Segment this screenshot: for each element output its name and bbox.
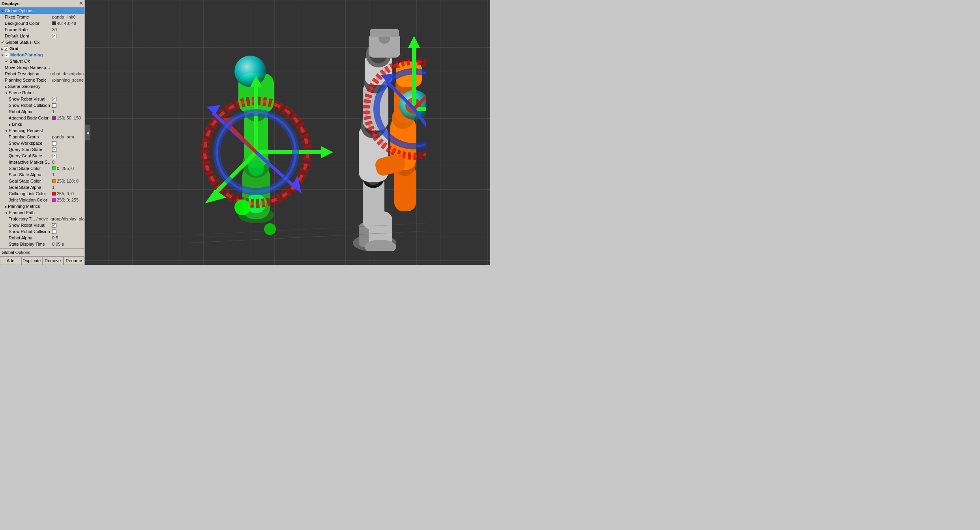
tree-item-planning-scene-topic[interactable]: Planning Scene Topic/planning_scene	[0, 77, 84, 83]
tree-item-scene-geometry[interactable]: ▶Scene Geometry	[0, 83, 84, 90]
tree-value-frame-rate: 30	[52, 27, 84, 32]
tree-item-query-start-state[interactable]: Query Start State	[0, 146, 84, 153]
tree-item-frame-rate[interactable]: Frame Rate30	[0, 26, 84, 33]
tree-item-robot-alpha-pp[interactable]: Robot Alpha0.5	[0, 235, 84, 241]
tree-item-grid[interactable]: ▶ Grid	[0, 45, 84, 52]
checkbox-val-default-light[interactable]	[52, 34, 56, 38]
tree-item-robot-alpha[interactable]: Robot Alpha1	[0, 108, 84, 115]
tree-label-interactive-marker-size: Interactive Marker Size	[9, 160, 52, 164]
tree-label-robot-alpha-pp: Robot Alpha	[9, 235, 52, 240]
displays-panel: Displays ✕ ▼Global OptionsFixed Framepan…	[0, 0, 85, 265]
remove-button[interactable]: Remove	[42, 256, 64, 265]
tree-label-colliding-link-color: Colliding Link Color	[9, 191, 52, 196]
tree-label-attached-body-color: Attached Body Color	[9, 116, 52, 120]
tree-value-joint-violation-color: 255; 0; 255	[52, 198, 84, 202]
checkbox-val-show-robot-visual[interactable]	[52, 97, 56, 101]
tree-item-planning-request[interactable]: ▼Planning Request	[0, 127, 84, 134]
tree-label-status-ok: ✓ Status: Ok	[5, 59, 52, 64]
tree-item-background-color[interactable]: Background Color 48; 48; 48	[0, 20, 84, 26]
tree-value-show-robot-visual	[52, 97, 84, 101]
tree-item-scene-robot[interactable]: ▼Scene Robot	[0, 90, 84, 96]
tree-label-planning-request: ▼Planning Request	[5, 128, 52, 133]
tree-label-show-robot-collision-pp: Show Robot Collision	[9, 229, 52, 234]
tree-label-goal-state-alpha: Goal State Alpha	[9, 185, 52, 190]
tree-value-query-goal-state	[52, 154, 84, 158]
tree-item-show-workspace[interactable]: Show Workspace	[0, 140, 84, 146]
tree-value-goal-state-color: 250; 128; 0	[52, 179, 84, 183]
tree-item-links[interactable]: ▶Links	[0, 121, 84, 127]
tree-item-robot-description[interactable]: Robot Descriptionrobot_description	[0, 71, 84, 77]
tree-label-planned-path: ▼Planned Path	[5, 210, 52, 215]
tree-item-planned-path[interactable]: ▼Planned Path	[0, 209, 84, 216]
tree-item-goal-state-color[interactable]: Goal State Color 250; 128; 0	[0, 178, 84, 184]
tree-item-state-display-time[interactable]: State Display Time0.05 s	[0, 241, 84, 247]
tree-item-planning-metrics[interactable]: ▶Planning Metrics	[0, 203, 84, 209]
checkbox-grid[interactable]	[4, 47, 8, 51]
tree-label-global-options: ▼Global Options	[1, 8, 52, 13]
tree-value-show-robot-collision	[52, 103, 84, 108]
tree-item-interactive-marker-size[interactable]: Interactive Marker Size0	[0, 159, 84, 165]
tree-item-planning-group[interactable]: Planning Grouppanda_arm	[0, 134, 84, 140]
checkbox-val-show-workspace[interactable]	[52, 141, 56, 146]
tree-value-show-robot-collision-pp	[52, 230, 84, 234]
tree-item-show-robot-visual-pp[interactable]: Show Robot Visual	[0, 222, 84, 228]
panel-title: Displays	[2, 1, 19, 6]
tree-label-state-display-time: State Display Time	[9, 242, 52, 246]
tree-label-grid: ▶ Grid	[1, 46, 52, 51]
collapse-button[interactable]: ◀	[85, 125, 90, 140]
checkbox-val-show-robot-collision-pp[interactable]	[52, 230, 56, 234]
tree-item-start-state-alpha[interactable]: Start State Alpha1	[0, 172, 84, 178]
tree-value-robot-alpha: 1	[52, 109, 84, 114]
tree-label-scene-robot: ▼Scene Robot	[5, 90, 52, 95]
checkbox-val-query-goal-state[interactable]	[52, 154, 56, 158]
tree-item-fixed-frame[interactable]: Fixed Framepanda_link0	[0, 14, 84, 20]
tree-item-move-group-ns[interactable]: Move Group Namespace	[0, 64, 84, 71]
svg-point-7	[234, 56, 266, 87]
tree-item-goal-state-alpha[interactable]: Goal State Alpha1	[0, 184, 84, 190]
tree-label-robot-alpha: Robot Alpha	[9, 109, 52, 114]
checkbox-motion-planning[interactable]	[5, 53, 9, 57]
checkbox-val-show-robot-collision[interactable]	[52, 103, 56, 108]
duplicate-button[interactable]: Duplicate	[21, 256, 43, 265]
tree-value-start-state-alpha: 1	[52, 172, 84, 177]
tree-value-planning-group: panda_arm	[52, 134, 84, 139]
svg-rect-43	[370, 29, 399, 37]
tree-label-query-goal-state: Query Goal State	[9, 153, 52, 158]
tree-item-joint-violation-color[interactable]: Joint Violation Color 255; 0; 255	[0, 197, 84, 203]
tree-value-fixed-frame: panda_link0	[52, 15, 84, 19]
rename-button[interactable]: Rename	[64, 256, 85, 265]
tree-item-trajectory-topic[interactable]: Trajectory Topic/move_group/display_plan…	[0, 216, 84, 222]
svg-point-27	[264, 223, 276, 235]
tree-label-planning-scene-topic: Planning Scene Topic	[5, 78, 52, 82]
tree-item-attached-body-color[interactable]: Attached Body Color 150; 50; 150	[0, 115, 84, 121]
tree-label-move-group-ns: Move Group Namespace	[5, 65, 52, 70]
tree-label-background-color: Background Color	[5, 21, 52, 26]
tree-label-scene-geometry: ▶Scene Geometry	[5, 84, 52, 89]
tree-value-start-state-color: 0; 255; 0	[52, 166, 84, 171]
tree-value-query-start-state	[52, 147, 84, 152]
tree-item-global-options[interactable]: ▼Global Options	[0, 7, 84, 14]
tree-item-global-status[interactable]: ✓ Global Status: Ok	[0, 39, 84, 45]
tree-value-show-workspace	[52, 141, 84, 146]
tree-value-interactive-marker-size: 0	[52, 160, 84, 164]
tree-item-default-light[interactable]: Default Light	[0, 33, 84, 39]
tree-label-show-workspace: Show Workspace	[9, 141, 52, 146]
tree-item-show-robot-collision[interactable]: Show Robot Collision	[0, 102, 84, 108]
tree-item-status-ok[interactable]: ✓ Status: Ok	[0, 58, 84, 64]
tree-item-show-robot-collision-pp[interactable]: Show Robot Collision	[0, 228, 84, 235]
checkbox-val-query-start-state[interactable]	[52, 147, 56, 152]
add-button[interactable]: Add	[0, 256, 21, 265]
svg-marker-19	[207, 105, 221, 115]
tree-item-motion-planning[interactable]: ▼ MotionPlanning	[0, 52, 84, 58]
tree-value-show-robot-visual-pp	[52, 223, 84, 228]
close-button[interactable]: ✕	[79, 1, 83, 6]
tree-item-colliding-link-color[interactable]: Colliding Link Color 255; 0; 0	[0, 190, 84, 197]
3d-viewport[interactable]: ◀	[85, 0, 490, 265]
tree-item-start-state-color[interactable]: Start State Color 0; 255; 0	[0, 165, 84, 172]
tree-label-show-robot-visual: Show Robot Visual	[9, 97, 52, 101]
checkbox-val-show-robot-visual-pp[interactable]	[52, 223, 56, 228]
tree-item-query-goal-state[interactable]: Query Goal State	[0, 153, 84, 159]
tree-label-show-robot-collision: Show Robot Collision	[9, 103, 52, 108]
tree-container[interactable]: ▼Global OptionsFixed Framepanda_link0Bac…	[0, 7, 84, 248]
tree-item-show-robot-visual[interactable]: Show Robot Visual	[0, 96, 84, 102]
